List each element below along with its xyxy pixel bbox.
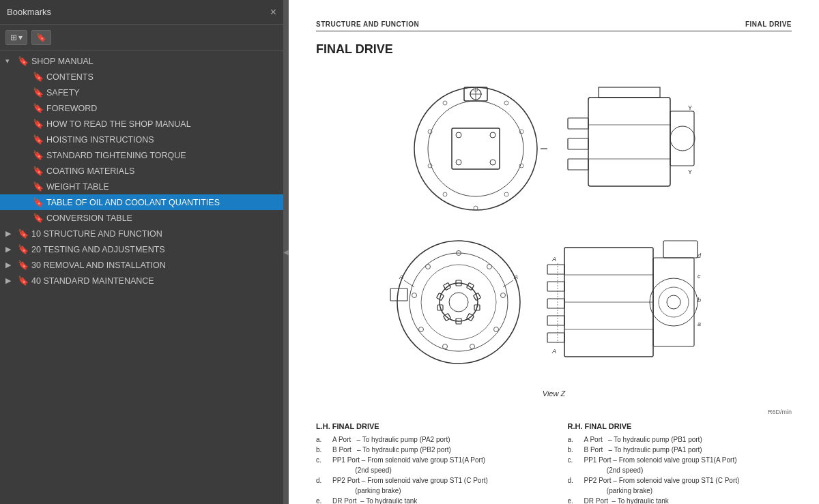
svg-rect-28 xyxy=(568,159,588,170)
bookmark-icon: 🔖 xyxy=(36,33,46,42)
svg-text:d: d xyxy=(698,252,702,259)
svg-point-3 xyxy=(456,132,461,138)
svg-point-55 xyxy=(418,327,423,332)
legend-lh-item-d: d. PP2 Port – From solenoid valve group … xyxy=(316,475,541,496)
bookmark-icon: 🔖 xyxy=(33,150,42,160)
svg-point-69 xyxy=(659,287,689,317)
bookmark-icon: 🔖 xyxy=(18,276,27,286)
svg-text:A: A xyxy=(551,348,556,355)
resize-handle[interactable] xyxy=(283,0,289,504)
svg-rect-58 xyxy=(390,288,407,301)
sidebar-item-safety[interactable]: 🔖 SAFETY xyxy=(0,85,283,100)
chevron-right-icon: ▶ xyxy=(5,276,15,285)
bookmark-icon: 🔖 xyxy=(18,260,27,270)
svg-text:c: c xyxy=(698,273,701,280)
legend-rh-item-a: a. A Port – To hydraulic pump (PB1 port) xyxy=(568,434,792,445)
legend-rh-item-b: b. B Port – To hydraulic pump (PA1 port) xyxy=(568,445,792,455)
doc-header-right: FINAL DRIVE xyxy=(745,20,792,28)
sidebar-item-label: CONVERSION TABLE xyxy=(46,213,132,223)
close-button[interactable]: × xyxy=(270,7,276,18)
legend-lh-title: L.H. FINAL DRIVE xyxy=(316,422,541,430)
bookmark-icon: 🔖 xyxy=(33,103,42,113)
sidebar-item-label: 30 REMOVAL AND INSTALLATION xyxy=(31,261,166,270)
sidebar-item-label: COATING MATERIALS xyxy=(46,166,134,176)
svg-point-53 xyxy=(470,344,474,349)
legend-rh-item-e: e. DR Port – To hydraulic tank xyxy=(568,496,792,504)
svg-text:Y: Y xyxy=(688,168,692,175)
svg-text:a: a xyxy=(698,321,701,327)
svg-rect-2 xyxy=(452,128,500,169)
doc-title: FINAL DRIVE xyxy=(316,42,792,57)
sidebar-item-label: FOREWORD xyxy=(46,104,97,113)
bookmark-view-button[interactable]: 🔖 xyxy=(31,30,51,45)
parts-ref: R6D/min xyxy=(768,409,792,415)
sidebar-item-shop-manual[interactable]: ▾ 🔖 SHOP MANUAL xyxy=(0,53,283,69)
sidebar-item-foreword[interactable]: 🔖 FOREWORD xyxy=(0,100,283,116)
sidebar-item-10-structure[interactable]: ▶ 🔖 10 STRUCTURE AND FUNCTION xyxy=(0,226,283,241)
svg-text:b: b xyxy=(698,297,701,303)
bookmark-icon: 🔖 xyxy=(33,119,42,129)
svg-point-57 xyxy=(425,265,430,269)
diagram-front-circular: Z xyxy=(404,70,547,213)
sidebar-item-std-torque[interactable]: 🔖 STANDARD TIGHTENING TORQUE xyxy=(0,147,283,163)
legend-lh: L.H. FINAL DRIVE a. A Port – To hydrauli… xyxy=(316,422,541,504)
sidebar-item-label: SAFETY xyxy=(46,88,80,98)
sidebar-item-label: HOW TO READ THE SHOP MANUAL xyxy=(46,119,191,129)
svg-rect-27 xyxy=(568,138,588,149)
legend-rh: R.H. FINAL DRIVE a. A Port – To hydrauli… xyxy=(568,422,792,504)
svg-rect-26 xyxy=(568,118,588,129)
sidebar-item-hoisting[interactable]: 🔖 HOISTING INSTRUCTIONS xyxy=(0,132,283,147)
svg-text:A: A xyxy=(551,256,556,263)
bookmark-icon: 🔖 xyxy=(33,181,42,192)
bookmark-icon: 🔖 xyxy=(18,244,27,254)
sidebar-item-contents[interactable]: 🔖 CONTENTS xyxy=(0,69,283,85)
legend-lh-item-e: e. DR Port – To hydraulic tank xyxy=(316,496,541,504)
svg-rect-23 xyxy=(588,98,670,186)
svg-text:Y: Y xyxy=(688,104,692,111)
chevron-right-icon: ▶ xyxy=(5,261,15,269)
svg-rect-74 xyxy=(547,299,564,308)
sidebar-item-label: HOISTING INSTRUCTIONS xyxy=(46,135,154,145)
expand-all-button[interactable]: ⊞▾ xyxy=(5,30,27,45)
svg-point-54 xyxy=(442,344,447,349)
bookmark-icon: 🔖 xyxy=(18,228,27,239)
sidebar-item-how-to-read[interactable]: 🔖 HOW TO READ THE SHOP MANUAL xyxy=(0,116,283,132)
sidebar-item-coating[interactable]: 🔖 COATING MATERIALS xyxy=(0,163,283,179)
sidebar-item-label: 40 STANDARD MAINTENANCE xyxy=(31,276,154,286)
svg-point-70 xyxy=(667,295,680,309)
sidebar-item-oil-coolant[interactable]: 🔖 TABLE OF OIL AND COOLANT QUANTITIES xyxy=(0,194,283,210)
svg-point-36 xyxy=(421,265,496,340)
svg-point-20 xyxy=(443,101,447,105)
sidebar-item-40-maintenance[interactable]: ▶ 🔖 40 STANDARD MAINTENANCE xyxy=(0,273,283,288)
svg-point-17 xyxy=(443,192,447,196)
diagram-sprocket: A A xyxy=(387,227,530,377)
sidebar-item-weight-table[interactable]: 🔖 WEIGHT TABLE xyxy=(0,179,283,194)
svg-point-16 xyxy=(474,206,478,210)
svg-point-15 xyxy=(504,192,508,196)
sidebar-item-label: 10 STRUCTURE AND FUNCTION xyxy=(31,229,162,239)
chevron-down-icon: ▾ xyxy=(5,57,15,65)
sidebar: Bookmarks × ⊞▾ 🔖 ▾ 🔖 SHOP MANUAL 🔖 CONTE… xyxy=(0,0,283,504)
svg-rect-31 xyxy=(599,87,660,98)
svg-point-12 xyxy=(504,101,508,105)
svg-rect-76 xyxy=(547,333,564,342)
document-page: STRUCTURE AND FUNCTION FINAL DRIVE FINAL… xyxy=(289,0,819,504)
sidebar-tree[interactable]: ▾ 🔖 SHOP MANUAL 🔖 CONTENTS 🔖 SAFETY 🔖 FO… xyxy=(0,50,283,504)
sidebar-item-conversion[interactable]: 🔖 CONVERSION TABLE xyxy=(0,210,283,226)
doc-header: STRUCTURE AND FUNCTION FINAL DRIVE xyxy=(316,20,792,31)
sidebar-item-label: TABLE OF OIL AND COOLANT QUANTITIES xyxy=(46,198,220,207)
svg-point-52 xyxy=(493,327,498,332)
svg-point-5 xyxy=(456,160,461,165)
sidebar-item-30-removal[interactable]: ▶ 🔖 30 REMOVAL AND INSTALLATION xyxy=(0,257,283,273)
legend-area: L.H. FINAL DRIVE a. A Port – To hydrauli… xyxy=(316,422,792,504)
svg-text:A: A xyxy=(399,273,403,280)
legend-rh-item-d: d. PP2 Port – From solenoid valve group … xyxy=(568,475,792,496)
legend-lh-item-a: a. A Port – To hydraulic pump (PA2 port) xyxy=(316,434,541,445)
expand-all-icon: ⊞ xyxy=(10,33,17,42)
diagrams-row2: A A xyxy=(387,227,721,377)
sidebar-item-20-testing[interactable]: ▶ 🔖 20 TESTING AND ADJUSTMENTS xyxy=(0,241,283,257)
svg-rect-71 xyxy=(663,241,698,258)
bookmark-icon: 🔖 xyxy=(33,197,42,207)
sidebar-item-label: WEIGHT TABLE xyxy=(46,182,109,192)
svg-point-0 xyxy=(414,87,537,210)
